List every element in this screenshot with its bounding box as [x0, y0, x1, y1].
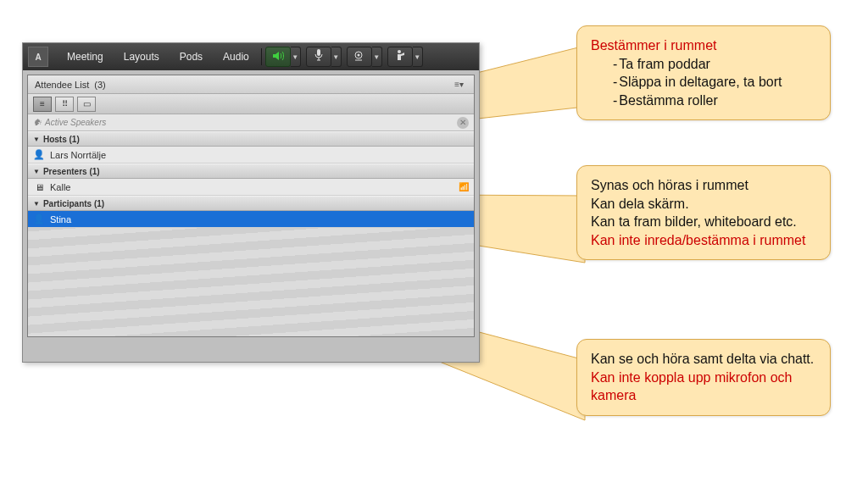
- webcam-icon: [353, 49, 365, 64]
- speaker-dropdown[interactable]: ▼: [291, 47, 301, 67]
- active-speakers-row: 🗣 Active Speakers ✕: [28, 114, 474, 131]
- menubar: A Meeting Layouts Pods Audio ▼ ▼ ▼: [23, 43, 479, 70]
- adobe-connect-window: A Meeting Layouts Pods Audio ▼ ▼ ▼: [22, 42, 480, 363]
- pod-count: (3): [94, 80, 105, 90]
- callout-hosts: Bestämmer i rummet Ta fram poddar Släppa…: [576, 25, 831, 120]
- microphone-dropdown[interactable]: ▼: [331, 47, 342, 67]
- raise-hand-button[interactable]: [387, 47, 413, 67]
- callout-hosts-bullet: Bestämma roller: [613, 92, 816, 110]
- section-presenters-label: Presenters (1): [43, 167, 100, 176]
- callout-hosts-title: Bestämmer i rummet: [591, 36, 816, 55]
- chevron-down-icon: ▼: [33, 200, 40, 208]
- menu-pods[interactable]: Pods: [170, 43, 213, 70]
- pod-title: Attendee List: [35, 80, 89, 90]
- attendee-name: Lars Norrtälje: [50, 150, 106, 160]
- adobe-logo[interactable]: A: [28, 47, 48, 67]
- webcam-button[interactable]: [347, 47, 372, 67]
- callout-hosts-bullet: Släppa in deltagare, ta bort: [613, 73, 816, 92]
- menu-separator: [261, 48, 262, 65]
- callout-participants: Kan se och höra samt delta via chatt. Ka…: [576, 339, 831, 416]
- section-presenters-header[interactable]: ▼ Presenters (1): [28, 164, 474, 179]
- view-status-button[interactable]: ▭: [77, 97, 96, 112]
- raise-hand-icon: [395, 49, 405, 64]
- attendee-list-pod: Attendee List (3) ≡▾ ≡ ⠿ ▭ 🗣 Active Spea…: [27, 75, 475, 337]
- status-icon: ▭: [83, 99, 91, 108]
- pod-header: Attendee List (3) ≡▾: [28, 75, 474, 94]
- speaker-button[interactable]: [265, 47, 291, 67]
- menu-layouts[interactable]: Layouts: [114, 43, 170, 70]
- callout-presenters-line: Kan ta fram bilder, whiteboard etc.: [591, 213, 816, 231]
- section-hosts-label: Hosts (1): [43, 135, 80, 144]
- microphone-icon: [314, 49, 323, 64]
- close-speakers-icon[interactable]: ✕: [457, 117, 469, 129]
- view-breakout-button[interactable]: ⠿: [55, 97, 74, 112]
- svg-point-6: [398, 50, 401, 53]
- section-participants-header[interactable]: ▼ Participants (1): [28, 196, 474, 211]
- callout-presenters: Synas och höras i rummet Kan dela skärm.…: [576, 165, 831, 260]
- pod-toolbar: ≡ ⠿ ▭: [28, 94, 474, 114]
- webcam-dropdown[interactable]: ▼: [372, 47, 382, 67]
- attendee-name: Kalle: [50, 182, 70, 192]
- pod-options-icon[interactable]: ≡▾: [451, 78, 467, 91]
- attendee-row-host[interactable]: 👤 Lars Norrtälje: [28, 147, 474, 164]
- logo-letter: A: [35, 53, 41, 62]
- active-speakers-icon: 🗣: [33, 118, 42, 127]
- menu-meeting[interactable]: Meeting: [57, 43, 114, 70]
- host-user-icon: 👤: [33, 149, 45, 160]
- callout-hosts-list: Ta fram poddar Släppa in deltagare, ta b…: [591, 55, 816, 110]
- connection-type-icon: 📶: [459, 182, 469, 191]
- section-hosts-header[interactable]: ▼ Hosts (1): [28, 131, 474, 147]
- menu-audio[interactable]: Audio: [213, 43, 259, 70]
- speaker-icon: [272, 49, 284, 64]
- attendee-name: Stina: [50, 214, 71, 225]
- callout-participants-line: Kan se och höra samt delta via chatt.: [591, 350, 816, 369]
- callout-hosts-bullet: Ta fram poddar: [613, 55, 816, 74]
- callout-presenters-line: Synas och höras i rummet: [591, 176, 816, 195]
- attendee-row-participant[interactable]: 👤 Stina: [28, 211, 474, 228]
- microphone-button[interactable]: [306, 47, 331, 67]
- breakout-icon: ⠿: [62, 99, 68, 108]
- chevron-down-icon: ▼: [33, 168, 40, 175]
- section-participants-label: Participants (1): [43, 199, 104, 208]
- svg-point-5: [357, 54, 359, 57]
- svg-rect-3: [317, 49, 320, 56]
- list-icon: ≡: [40, 99, 45, 108]
- participant-user-icon: 👤: [33, 214, 45, 225]
- callout-presenters-line: Kan dela skärm.: [591, 195, 816, 214]
- active-speakers-label: Active Speakers: [45, 118, 106, 127]
- callout-presenters-restriction: Kan inte inreda/bestämma i rummet: [591, 231, 816, 250]
- raise-hand-dropdown[interactable]: ▼: [413, 47, 423, 67]
- presenter-user-icon: 🖥: [33, 182, 45, 192]
- attendee-row-presenter[interactable]: 🖥 Kalle 📶: [28, 179, 474, 196]
- view-list-button[interactable]: ≡: [33, 97, 52, 112]
- callout-participants-restriction: Kan inte koppla upp mikrofon och kamera: [591, 369, 816, 405]
- chevron-down-icon: ▼: [33, 136, 40, 143]
- pod-empty-area: [28, 228, 474, 336]
